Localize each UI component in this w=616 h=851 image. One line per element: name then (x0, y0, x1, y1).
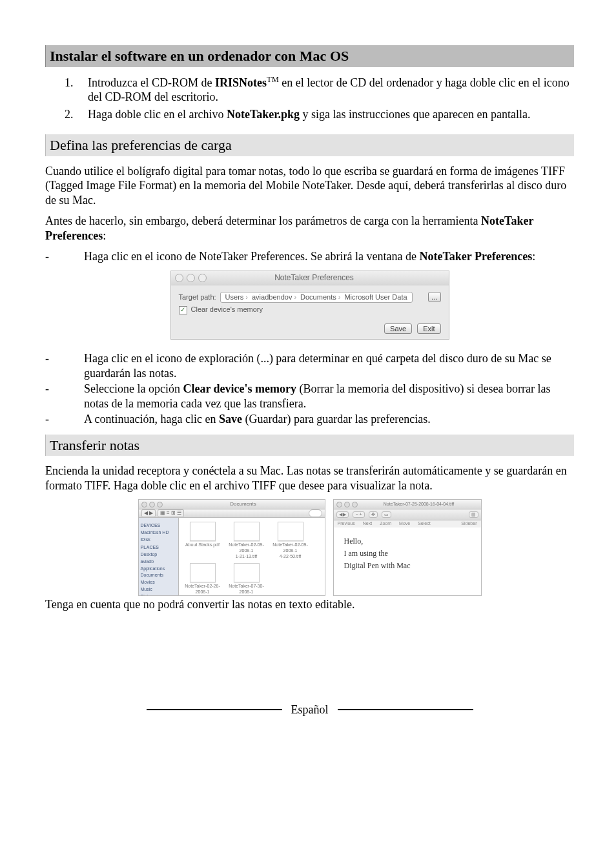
footer-language: Español (291, 702, 329, 717)
divider (147, 709, 282, 710)
install-steps: Introduzca el CD-ROM de IRISNotesTM en e… (45, 75, 574, 122)
finder-titlebar: Documents (139, 500, 325, 509)
file-thumb[interactable]: NoteTaker-02-09-2008-14-22-50.tiff (271, 522, 311, 559)
file-thumb[interactable]: About Stacks.pdf (183, 522, 223, 559)
preview-canvas: Hello, I am using the Digital Pen with M… (334, 528, 481, 596)
window-title: NoteTaker Preferences (184, 273, 445, 283)
pref-bullets-top: - Haga clic en el icono de NoteTaker Pre… (45, 249, 574, 264)
finder-nav-buttons[interactable]: ◀ ▶ (141, 509, 156, 517)
transfer-para: Encienda la unidad receptora y conéctela… (45, 464, 574, 493)
pref-intro-1: Cuando utilice el bolígrafo digital para… (45, 164, 574, 208)
preview-window: NoteTaker-07-25-2008-16-04-04.tiff ◀ ▶ −… (333, 499, 482, 596)
exit-button[interactable]: Exit (417, 323, 440, 334)
file-thumb[interactable]: NoteTaker-02-09-2008-11-21-13.tiff (227, 522, 267, 559)
prev-next-buttons[interactable]: ◀ ▶ (336, 511, 349, 518)
heading-transfer: Transferir notas (45, 435, 574, 456)
finder-sidebar[interactable]: DEVICES Macintosh HD iDisk PLACES Deskto… (139, 518, 179, 595)
heading-preferences: Defina las preferencias de carga (45, 134, 574, 156)
zoom-icon[interactable] (157, 502, 163, 508)
file-thumb[interactable]: NoteTaker-07-30-2008-16-04-04.tiff (227, 563, 267, 596)
finder-window: Documents ◀ ▶ ▦ ≡ ⊞ ☰ DEVICES Macintosh … (138, 499, 325, 596)
finder-statusbar: 5 items, 77.52 GB available (139, 595, 325, 596)
close-icon[interactable] (175, 274, 183, 282)
minimize-icon[interactable] (344, 502, 350, 508)
sidebar-button[interactable]: ▥ (469, 511, 478, 518)
preview-titlebar: NoteTaker-07-25-2008-16-04-04.tiff (334, 500, 481, 509)
preview-toolbar-labels: Previous Next Zoom Move Select Sidebar (334, 520, 481, 528)
browse-button[interactable]: ... (428, 292, 440, 302)
clear-memory-checkbox[interactable]: ✓ (179, 306, 187, 314)
target-path-breadcrumb[interactable]: Users aviadbendov Documents Microsoft Us… (220, 292, 413, 303)
finder-items: About Stacks.pdf NoteTaker-02-09-2008-11… (179, 518, 325, 595)
notetaker-preferences-window: NoteTaker Preferences Target path: Users… (170, 271, 449, 340)
zoom-icon[interactable] (352, 502, 358, 508)
preview-toolbar: ◀ ▶ − + ✥ ▭ ▥ (334, 509, 481, 520)
heading-install: Instalar el software en un ordenador con… (45, 45, 574, 67)
handwriting-line: Digital Pen with Mac (344, 560, 471, 572)
install-step-2: Haga doble clic en el archivo NoteTaker.… (76, 107, 574, 122)
save-button[interactable]: Save (384, 323, 412, 334)
pref-bullets-bottom: - Haga clic en el icono de exploración (… (45, 351, 574, 427)
move-button[interactable]: ✥ (369, 511, 378, 518)
finder-view-buttons[interactable]: ▦ ≡ ⊞ ☰ (158, 509, 184, 517)
target-path-label: Target path: (179, 293, 216, 302)
screenshot-group: Documents ◀ ▶ ▦ ≡ ⊞ ☰ DEVICES Macintosh … (45, 499, 574, 596)
finder-toolbar: ◀ ▶ ▦ ≡ ⊞ ☰ (139, 509, 325, 518)
select-button[interactable]: ▭ (382, 511, 391, 518)
handwriting-line: I am using the (344, 548, 471, 560)
handwriting-line: Hello, (344, 535, 471, 548)
clear-memory-label: Clear device's memory (191, 305, 263, 314)
divider (338, 709, 473, 710)
window-titlebar: NoteTaker Preferences (171, 271, 449, 285)
page-footer: Español (45, 702, 574, 717)
close-icon[interactable] (141, 502, 147, 508)
transfer-note: Tenga en cuenta que no podrá convertir l… (45, 597, 574, 612)
close-icon[interactable] (336, 502, 342, 508)
minimize-icon[interactable] (149, 502, 155, 508)
install-step-1: Introduzca el CD-ROM de IRISNotesTM en e… (76, 75, 574, 105)
finder-search[interactable] (309, 509, 322, 517)
pref-intro-2: Antes de hacerlo, sin embargo, deberá de… (45, 214, 574, 243)
file-thumb[interactable]: NoteTaker-02-28-2008-17-38-11.tiff (183, 563, 223, 596)
zoom-buttons[interactable]: − + (353, 511, 364, 518)
